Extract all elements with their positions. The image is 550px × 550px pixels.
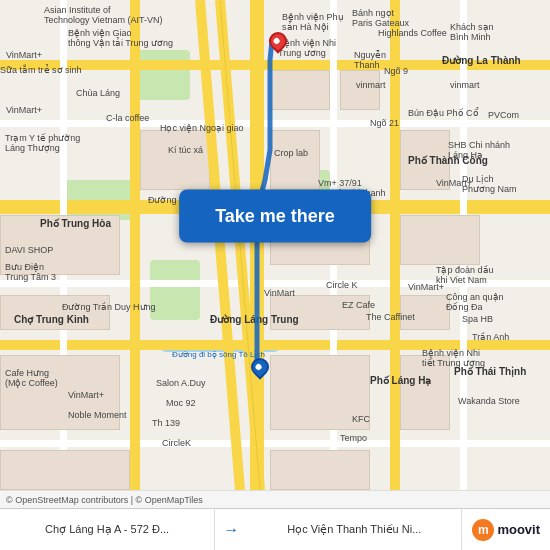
label-cong-an: Công an quậnĐống Đa [446,292,504,312]
label-pho-trung-hoa: Phố Trung Hòa [40,218,111,229]
label-pvcom: PVCom [488,110,519,120]
label-wakanda: Wakanda Store [458,396,520,406]
label-spa-hb: Spa HB [462,314,493,324]
label-salon-a-duy: Salon A.Duy [156,378,206,388]
label-benhvien-gtv: Bệnh viện Giaothông Vận tải Trung ương [68,28,173,48]
attribution-text: © OpenStreetMap contributors | © OpenMap… [6,495,203,505]
label-cafe-hung: Cafe Hưng(Mộc Coffee) [5,368,58,388]
moovit-logo-container: m moovit [462,519,550,541]
block-16 [270,450,370,490]
label-sua-tam: Sữa tắm trẻ sơ sinh [0,65,82,75]
destination-text: Học Viện Thanh Thiếu Ni... [287,523,421,536]
map-view: Asian Institute ofTechnology Vietnam (AI… [0,0,550,490]
destination-label: Học Viện Thanh Thiếu Ni... [247,509,462,550]
label-cla-coffee: C-la coffee [106,113,149,123]
block-8 [400,215,480,265]
label-tram-yte: Trạm Y tế phườngLáng Thượng [5,133,80,153]
label-crop-lab: Crop lab [274,148,308,158]
block-1 [270,70,330,110]
label-pho-thai-thinh: Phố Thái Thịnh [454,366,526,377]
label-duong-la-thanh: Đường La Thành [442,55,521,66]
block-3 [140,130,210,190]
road-h4 [0,120,550,127]
label-bun-dau: Bún Đậu Phố Cổ [408,108,479,118]
attribution-bar: © OpenStreetMap contributors | © OpenMap… [0,490,550,508]
road-h6 [0,440,550,447]
label-davi-shop: DAVI SHOP [5,245,53,255]
label-ait: Asian Institute ofTechnology Vietnam (AI… [44,5,162,25]
moovit-brand: m moovit [472,519,540,541]
block-15 [0,450,130,490]
label-circle-k: Circle K [326,280,358,290]
label-tap-doan-dau-khi: Tập đoàn dầukhi Viet Nam [436,265,494,285]
block-4 [270,130,320,190]
label-buu-dien: Bưu ĐiệnTrung Tâm 3 [5,262,56,282]
moovit-text: moovit [497,522,540,537]
moovit-icon: m [472,519,494,541]
label-vinmart-1: VinMart+ [6,50,42,60]
label-du-lich: Du LịchPhương Nam [462,174,517,194]
label-kfc: KFC [352,414,370,424]
label-cho-trung-kinh: Chợ Trung Kinh [14,314,89,325]
label-caffinet: The Caffinet [366,312,415,322]
label-circlek-2: CircleK [162,438,191,448]
label-benh-vien-nhi: Bệnh viện Nhitiết Trung ương [422,348,485,368]
road-v2 [130,0,140,490]
origin-label: Chợ Láng Hạ A - 572 Đ... [0,509,215,550]
label-chua-lang: Chùa Láng [76,88,120,98]
direction-arrow: → [223,521,239,539]
label-tempo: Tempo [340,433,367,443]
label-th-139: Th 139 [152,418,180,428]
label-ngo-9: Ngõ 9 [384,66,408,76]
label-nguyen-thanh: NguyễnThanh [354,50,386,70]
label-song-to-lich: Đường đi bộ sông Tô Lịch [172,350,265,359]
origin-text: Chợ Láng Hạ A - 572 Đ... [45,523,169,536]
label-tran-anh: Trần Anh [472,332,509,342]
label-banh-ngot: Bánh ngọtParis Gateaux [352,8,409,28]
label-ki-tuc-xa: Kí túc xá [168,145,203,155]
label-hv-ngoai-giao: Học viện Ngoại giao [160,123,244,133]
label-tran-duy-hung: Đường Trần Duy Hưng [62,302,156,312]
label-pho-lang-ha: Phố Láng Hạ [370,375,431,386]
road-v1 [250,0,264,490]
label-vinmart-4: vinmart [356,80,386,90]
label-duong-lang-trung: Đường Láng Trung [210,314,299,325]
take-me-there-button[interactable]: Take me there [179,189,371,242]
park-area-3 [150,260,200,320]
block-2 [340,70,380,110]
label-khach-san: Khách sạnBình Minh [450,22,494,42]
label-moc-92: Moc 92 [166,398,196,408]
label-vinmart-lang-trung: VinMart [264,288,295,298]
label-shb: SHB Chi nhánhLáng Hạ [448,140,510,160]
label-noble-moment: Noble Moment [68,410,127,420]
label-vinmart-3: VinMart+ [68,390,104,400]
bottom-navigation-bar: Chợ Láng Hạ A - 572 Đ... → Học Viện Than… [0,508,550,550]
label-highlands: Highlands Coffee [378,28,447,38]
label-vinmart-top-right: vinmart [450,80,480,90]
label-ngo-21: Ngõ 21 [370,118,399,128]
label-vinmart-2: VinMart+ [6,105,42,115]
label-bv-phu-san: Bệnh viện Phụsản Hà Nội [282,12,344,32]
label-ez-cafe: EZ Cafe [342,300,375,310]
